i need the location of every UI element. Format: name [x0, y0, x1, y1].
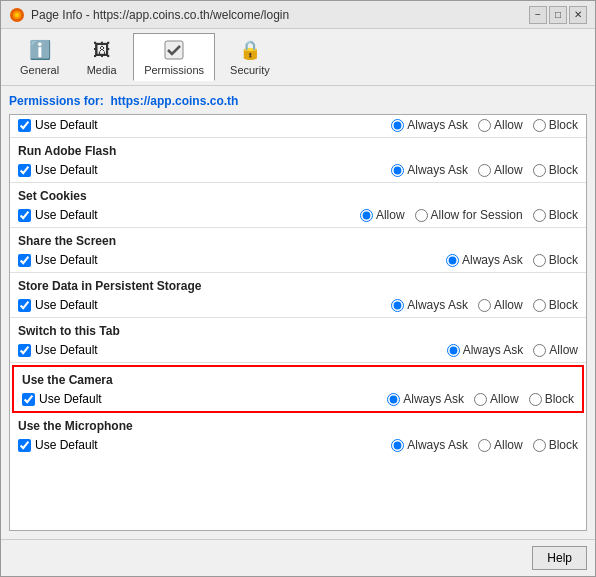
cookies-right: Allow Allow for Session Block [360, 208, 578, 222]
flash-right: Always Ask Allow Block [391, 163, 578, 177]
microphone-left: Use Default [18, 438, 98, 452]
tab-toolbar: ℹ️ General 🖼 Media Permissions 🔒 Securit… [1, 29, 595, 86]
permissions-list-wrapper: Use Default Always Ask Allow Block [9, 114, 587, 531]
storage-title: Store Data in Persistent Storage [10, 275, 586, 295]
minimize-button[interactable]: − [529, 6, 547, 24]
load-images-always-ask[interactable]: Always Ask [391, 118, 468, 132]
storage-block[interactable]: Block [533, 298, 578, 312]
permission-row-microphone: Use Default Always Ask Allow Block [10, 435, 586, 457]
permissions-scroll[interactable]: Use Default Always Ask Allow Block [10, 115, 586, 530]
microphone-right: Always Ask Allow Block [391, 438, 578, 452]
security-icon: 🔒 [238, 38, 262, 62]
flash-allow[interactable]: Allow [478, 163, 523, 177]
permission-group-switch-tab: Switch to this Tab Use Default Always As… [10, 320, 586, 363]
tab-permissions-label: Permissions [144, 64, 204, 76]
permission-group-screen: Share the Screen Use Default Always Ask … [10, 230, 586, 273]
permission-group-camera: Use the Camera Use Default Always Ask Al… [12, 365, 584, 413]
flash-default-label: Use Default [35, 163, 98, 177]
microphone-allow[interactable]: Allow [478, 438, 523, 452]
cookies-allow-session[interactable]: Allow for Session [415, 208, 523, 222]
tab-general-label: General [20, 64, 59, 76]
camera-allow[interactable]: Allow [474, 392, 519, 406]
titlebar: Page Info - https://app.coins.co.th/welc… [1, 1, 595, 29]
help-button[interactable]: Help [532, 546, 587, 570]
screen-left: Use Default [18, 253, 98, 267]
permission-group-microphone: Use the Microphone Use Default Always As… [10, 415, 586, 457]
permission-row-cookies: Use Default Allow Allow for Session Bloc… [10, 205, 586, 227]
tab-media-label: Media [87, 64, 117, 76]
switch-tab-allow[interactable]: Allow [533, 343, 578, 357]
flash-left: Use Default [18, 163, 98, 177]
tab-permissions[interactable]: Permissions [133, 33, 215, 81]
tab-security-label: Security [230, 64, 270, 76]
flash-default-checkbox[interactable] [18, 164, 31, 177]
storage-default-checkbox[interactable] [18, 299, 31, 312]
firefox-icon [9, 7, 25, 23]
microphone-always-ask[interactable]: Always Ask [391, 438, 468, 452]
permission-row-camera: Use Default Always Ask Allow Block [14, 389, 582, 411]
storage-always-ask[interactable]: Always Ask [391, 298, 468, 312]
cookies-allow[interactable]: Allow [360, 208, 405, 222]
close-button[interactable]: ✕ [569, 6, 587, 24]
screen-title: Share the Screen [10, 230, 586, 250]
flash-block[interactable]: Block [533, 163, 578, 177]
cookies-left: Use Default [18, 208, 98, 222]
switch-tab-title: Switch to this Tab [10, 320, 586, 340]
maximize-button[interactable]: □ [549, 6, 567, 24]
camera-left: Use Default [22, 392, 102, 406]
switch-tab-default-checkbox[interactable] [18, 344, 31, 357]
permission-group-cookies: Set Cookies Use Default Allow Allow for … [10, 185, 586, 228]
storage-default-label: Use Default [35, 298, 98, 312]
flash-title: Run Adobe Flash [10, 140, 586, 160]
tab-media[interactable]: 🖼 Media [74, 33, 129, 81]
microphone-default-checkbox[interactable] [18, 439, 31, 452]
cookies-block[interactable]: Block [533, 208, 578, 222]
cookies-default-label: Use Default [35, 208, 98, 222]
permission-group-flash: Run Adobe Flash Use Default Always Ask A… [10, 140, 586, 183]
load-images-default-checkbox[interactable] [18, 119, 31, 132]
camera-default-checkbox[interactable] [22, 393, 35, 406]
footer: Help [1, 539, 595, 576]
cookies-default-checkbox[interactable] [18, 209, 31, 222]
load-images-default-label: Use Default [35, 118, 98, 132]
storage-allow[interactable]: Allow [478, 298, 523, 312]
screen-default-label: Use Default [35, 253, 98, 267]
window-title: Page Info - https://app.coins.co.th/welc… [31, 8, 523, 22]
microphone-block[interactable]: Block [533, 438, 578, 452]
permission-left: Use Default [18, 118, 98, 132]
switch-tab-always-ask[interactable]: Always Ask [447, 343, 524, 357]
svg-rect-3 [165, 41, 183, 59]
window: Page Info - https://app.coins.co.th/welc… [0, 0, 596, 577]
load-images-block[interactable]: Block [533, 118, 578, 132]
camera-title: Use the Camera [14, 369, 582, 389]
camera-always-ask[interactable]: Always Ask [387, 392, 464, 406]
switch-tab-right: Always Ask Allow [447, 343, 578, 357]
storage-left: Use Default [18, 298, 98, 312]
screen-default-checkbox[interactable] [18, 254, 31, 267]
permissions-for-label: Permissions for: [9, 94, 104, 108]
tab-general[interactable]: ℹ️ General [9, 33, 70, 81]
camera-block[interactable]: Block [529, 392, 574, 406]
svg-point-2 [15, 13, 19, 17]
switch-tab-left: Use Default [18, 343, 98, 357]
permissions-for-url: https://app.coins.co.th [110, 94, 238, 108]
permission-row-load-images-default: Use Default Always Ask Allow Block [10, 115, 586, 137]
microphone-default-label: Use Default [35, 438, 98, 452]
permission-row-switch-tab: Use Default Always Ask Allow [10, 340, 586, 362]
camera-default-label: Use Default [39, 392, 102, 406]
permissions-for-line: Permissions for: https://app.coins.co.th [9, 94, 587, 108]
flash-always-ask[interactable]: Always Ask [391, 163, 468, 177]
permission-row-screen: Use Default Always Ask Block [10, 250, 586, 272]
tab-security[interactable]: 🔒 Security [219, 33, 281, 81]
content-area: Permissions for: https://app.coins.co.th… [1, 86, 595, 539]
microphone-title: Use the Microphone [10, 415, 586, 435]
permission-row-storage: Use Default Always Ask Allow Block [10, 295, 586, 317]
permissions-icon [162, 38, 186, 62]
permission-group-load-images: Use Default Always Ask Allow Block [10, 115, 586, 138]
permission-row-flash: Use Default Always Ask Allow Block [10, 160, 586, 182]
load-images-allow[interactable]: Allow [478, 118, 523, 132]
permission-group-storage: Store Data in Persistent Storage Use Def… [10, 275, 586, 318]
screen-block[interactable]: Block [533, 253, 578, 267]
storage-right: Always Ask Allow Block [391, 298, 578, 312]
screen-always-ask[interactable]: Always Ask [446, 253, 523, 267]
